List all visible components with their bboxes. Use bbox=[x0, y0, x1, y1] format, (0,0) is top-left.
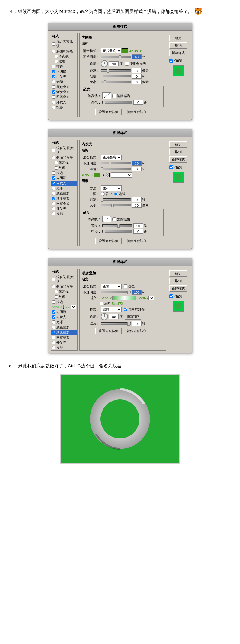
preview-check-3[interactable] bbox=[170, 294, 173, 298]
preview-label-1[interactable]: √预览 bbox=[170, 59, 188, 63]
blend-mode-select[interactable]: 正片叠底 bbox=[101, 48, 122, 53]
d2-size-value[interactable]: 30 bbox=[132, 203, 142, 208]
sidebar2-check-5[interactable] bbox=[52, 176, 56, 180]
size-thumb[interactable] bbox=[104, 80, 106, 84]
reset-btn-1[interactable]: 复位为默认值 bbox=[124, 109, 150, 115]
preview-label-2[interactable]: √预览 bbox=[170, 165, 188, 170]
d3-gradient-select[interactable] bbox=[148, 296, 154, 300]
d3-color-check[interactable] bbox=[124, 284, 128, 288]
sidebar3-item-9[interactable]: 渐变叠加 bbox=[51, 330, 77, 335]
blocker-thumb[interactable] bbox=[101, 75, 104, 78]
color-swatch[interactable] bbox=[122, 48, 128, 53]
d3-scale-thumb[interactable] bbox=[128, 322, 130, 326]
sidebar3-item-0[interactable]: 混合选项:默认 bbox=[51, 275, 77, 284]
new-style-btn-3[interactable]: 新建样式... bbox=[170, 285, 188, 292]
sidebar3-check-10[interactable] bbox=[52, 336, 56, 339]
d3-align-check[interactable] bbox=[124, 308, 128, 311]
set-default-btn-3[interactable]: 设置为默认值 bbox=[95, 328, 122, 334]
contour-preview[interactable] bbox=[102, 92, 111, 99]
new-style-btn-2[interactable]: 新建样式... bbox=[170, 156, 188, 163]
sidebar1-check-1[interactable] bbox=[52, 50, 56, 53]
sidebar1-check-4[interactable] bbox=[52, 65, 56, 68]
sidebar2-item-9[interactable]: 渐变叠加 bbox=[51, 196, 77, 201]
d2-contour-preview[interactable] bbox=[102, 216, 111, 222]
sidebar3-item-2[interactable]: 等高线 bbox=[53, 289, 77, 294]
sidebar2-check-3[interactable] bbox=[55, 166, 58, 170]
sidebar1-check-10[interactable] bbox=[52, 95, 56, 99]
sidebar3-check-12[interactable] bbox=[52, 346, 56, 349]
sidebar3-item-4[interactable]: 描边 bbox=[51, 299, 77, 305]
sidebar2-check-0[interactable] bbox=[52, 149, 56, 152]
sidebar1-check-0[interactable] bbox=[52, 42, 56, 46]
sidebar1-check-6[interactable] bbox=[52, 75, 56, 78]
sidebar2-item-11[interactable]: 外发光 bbox=[51, 206, 77, 211]
d3-opacity-value[interactable]: 100 bbox=[132, 290, 142, 295]
d2-method-select[interactable]: 柔和 bbox=[101, 185, 122, 191]
sidebar1-item-9[interactable]: 渐变叠加 bbox=[51, 89, 77, 95]
angle-dial[interactable] bbox=[101, 60, 108, 67]
d2-range-value[interactable]: 50 bbox=[134, 223, 143, 228]
sidebar1-item-5[interactable]: 内阴影 bbox=[51, 69, 77, 74]
d3-blend-select[interactable]: 正常 bbox=[101, 284, 122, 289]
sidebar2-item-2[interactable]: 等高线 bbox=[53, 160, 77, 165]
sidebar2-item-5[interactable]: 内阴影 bbox=[51, 176, 77, 181]
sidebar2-check-11[interactable] bbox=[52, 207, 56, 210]
antialias-check[interactable] bbox=[112, 94, 116, 98]
sidebar1-check-9[interactable] bbox=[52, 90, 56, 94]
d2-color-swatch[interactable] bbox=[94, 173, 100, 177]
sidebar2-item-6[interactable]: 内发光 bbox=[51, 181, 77, 186]
sidebar2-item-10[interactable]: 图案叠加 bbox=[51, 201, 77, 206]
angle-value[interactable]: 90 bbox=[109, 61, 119, 66]
d2-opacity-slider[interactable] bbox=[101, 162, 131, 164]
sidebar2-item-0[interactable]: 混合选项:默认 bbox=[51, 146, 77, 155]
d3-vertical-btn[interactable]: 重置对齐 bbox=[125, 314, 141, 320]
d3-scale-value[interactable]: 100 bbox=[132, 321, 142, 326]
opacity-thumb[interactable] bbox=[119, 55, 121, 59]
sidebar3-mode[interactable] bbox=[71, 305, 76, 309]
sidebar3-item-11[interactable]: 外发光 bbox=[51, 340, 77, 345]
sidebar1-item-11[interactable]: 外发光 bbox=[51, 100, 77, 105]
reset-btn-2[interactable]: 复位为默认值 bbox=[124, 238, 150, 244]
distance-thumb[interactable] bbox=[107, 69, 110, 73]
sidebar1-item-2[interactable]: 等高线 bbox=[53, 54, 77, 59]
blocker-slider[interactable] bbox=[101, 75, 131, 77]
d3-scale-slider[interactable] bbox=[101, 322, 131, 325]
d2-noise-thumb[interactable] bbox=[101, 167, 104, 171]
d2-noise-value[interactable]: 0 bbox=[132, 167, 142, 171]
set-default-btn-2[interactable]: 设置为默认值 bbox=[95, 238, 122, 244]
cancel-btn-3[interactable]: 取消 bbox=[170, 278, 188, 284]
sidebar1-item-6[interactable]: 内发光 bbox=[51, 74, 77, 79]
ok-btn-3[interactable]: 确定 bbox=[170, 270, 188, 277]
sidebar1-check-12[interactable] bbox=[52, 106, 56, 109]
sidebar2-check-4[interactable] bbox=[52, 171, 56, 175]
size-slider[interactable] bbox=[101, 81, 131, 83]
sidebar2-item-1[interactable]: 斜面和浮雕 bbox=[51, 155, 77, 160]
d3-gradient-preview[interactable] bbox=[112, 296, 136, 300]
sidebar2-check-2[interactable] bbox=[55, 161, 58, 164]
d2-source-center[interactable]: 居中 bbox=[101, 192, 112, 196]
sidebar2-check-6[interactable] bbox=[52, 182, 56, 185]
sidebar3-check-8[interactable] bbox=[52, 326, 56, 329]
d2-blend-mode-select[interactable]: 正片叠底 bbox=[101, 155, 122, 160]
sidebar1-item-12[interactable]: 投影 bbox=[51, 105, 77, 110]
sidebar1-check-5[interactable] bbox=[52, 70, 56, 73]
sidebar2-item-8[interactable]: 颜色叠加 bbox=[51, 191, 77, 196]
opacity-value[interactable]: 68 bbox=[132, 54, 142, 59]
sidebar1-item-0[interactable]: 混合选项:默认 bbox=[51, 39, 77, 49]
new-style-btn-1[interactable]: 新建样式... bbox=[170, 50, 188, 56]
d2-antialias-label[interactable]: 消除锯齿 bbox=[112, 217, 130, 221]
sidebar3-item-5[interactable]: 内阴影 bbox=[51, 309, 77, 314]
sidebar2-check-9[interactable] bbox=[52, 197, 56, 200]
set-default-btn-1[interactable]: 设置为默认值 bbox=[95, 109, 122, 115]
sidebar2-check-1[interactable] bbox=[52, 156, 56, 159]
sidebar2-item-12[interactable]: 投影 bbox=[51, 211, 77, 216]
sidebar1-check-8[interactable] bbox=[52, 85, 56, 89]
d2-size-thumb[interactable] bbox=[111, 204, 114, 207]
d3-reverse-label[interactable]: 反向 bbox=[100, 301, 111, 306]
preview-check-2[interactable] bbox=[170, 165, 173, 169]
sidebar3-check-4[interactable] bbox=[52, 300, 56, 304]
cancel-btn-1[interactable]: 取消 bbox=[170, 42, 188, 49]
reset-btn-3[interactable]: 复位为默认值 bbox=[124, 328, 150, 334]
sidebar3-check-5[interactable] bbox=[52, 310, 56, 314]
sidebar2-item-4[interactable]: 描边 bbox=[51, 170, 77, 176]
